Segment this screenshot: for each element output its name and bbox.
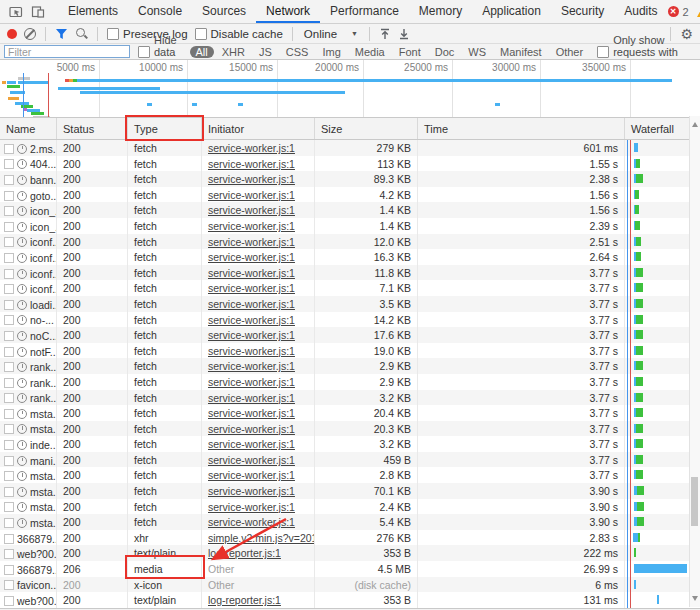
column-header-initiator[interactable]: Initiator <box>202 118 315 139</box>
table-row[interactable]: 366879...206mediaOther4.5 MB26.99 s <box>0 561 700 577</box>
filter-pill-all[interactable]: All <box>190 46 214 58</box>
tab-audits[interactable]: Audits <box>614 0 667 23</box>
table-row[interactable]: icon_...200fetchservice-worker.js:11.4 K… <box>0 218 700 234</box>
table-row[interactable]: msta...200fetchservice-worker.js:120.4 K… <box>0 405 700 421</box>
initiator-link[interactable]: service-worker.js:1 <box>208 189 295 201</box>
table-row[interactable]: iconf...200fetchservice-worker.js:111.8 … <box>0 265 700 281</box>
clear-icon[interactable] <box>24 28 36 40</box>
table-row[interactable]: rank...200fetchservice-worker.js:12.9 KB… <box>0 374 700 390</box>
initiator-link[interactable]: service-worker.js:1 <box>208 485 295 497</box>
console-badges[interactable]: ✕ 2 ! 6 <box>668 6 700 18</box>
device-toolbar-icon[interactable] <box>31 5 45 19</box>
initiator-link[interactable]: service-worker.js:1 <box>208 345 295 357</box>
table-row[interactable]: 404....200fetchservice-worker.js:1113 KB… <box>0 156 700 172</box>
initiator-link[interactable]: service-worker.js:1 <box>208 469 295 481</box>
table-row[interactable]: favicon....200x-iconOther(disk cache)6 m… <box>0 577 700 593</box>
checkbox-icon[interactable] <box>597 46 609 58</box>
checkbox-icon[interactable] <box>107 28 119 40</box>
filter-pill-font[interactable]: Font <box>393 46 427 58</box>
table-row[interactable]: web?00...200text/plainlog-reporter.js:13… <box>0 545 700 561</box>
initiator-link[interactable]: service-worker.js:1 <box>208 360 295 372</box>
disable-cache-checkbox[interactable]: Disable cache <box>195 28 283 40</box>
column-header-time[interactable]: Time <box>418 118 625 139</box>
table-row[interactable]: mani...200fetchservice-worker.js:1459 B3… <box>0 452 700 468</box>
table-row[interactable]: iconf...200fetchservice-worker.js:116.3 … <box>0 249 700 265</box>
table-row[interactable]: msta...200fetchservice-worker.js:170.1 K… <box>0 483 700 499</box>
tab-application[interactable]: Application <box>472 0 551 23</box>
initiator-link[interactable]: service-worker.js:1 <box>208 314 295 326</box>
scrollbar-thumb[interactable] <box>691 477 698 526</box>
table-row[interactable]: msta...200fetchservice-worker.js:120.3 K… <box>0 421 700 437</box>
initiator-link[interactable]: service-worker.js:1 <box>208 142 295 154</box>
initiator-link[interactable]: service-worker.js:1 <box>208 438 295 450</box>
filter-pill-manifest[interactable]: Manifest <box>494 46 548 58</box>
table-row[interactable]: msta...200fetchservice-worker.js:12.8 KB… <box>0 467 700 483</box>
tab-sources[interactable]: Sources <box>192 0 256 23</box>
tab-security[interactable]: Security <box>551 0 614 23</box>
timeline-overview[interactable]: 5000 ms10000 ms15000 ms20000 ms25000 ms3… <box>0 60 700 118</box>
initiator-link[interactable]: simple.v2.min.js?v=20190... <box>208 532 315 544</box>
table-row[interactable]: inde...200fetchservice-worker.js:13.2 KB… <box>0 436 700 452</box>
throttling-dropdown[interactable]: Online ▼ <box>302 28 360 40</box>
checkbox-icon[interactable] <box>195 28 207 40</box>
filter-funnel-icon[interactable] <box>55 28 68 40</box>
filter-pill-js[interactable]: JS <box>253 46 278 58</box>
table-row[interactable]: notF...200fetchservice-worker.js:119.0 K… <box>0 343 700 359</box>
filter-pill-xhr[interactable]: XHR <box>216 46 251 58</box>
initiator-link[interactable]: service-worker.js:1 <box>208 236 295 248</box>
initiator-link[interactable]: service-worker.js:1 <box>208 158 295 170</box>
scroll-down-icon[interactable] <box>692 596 698 601</box>
filter-pill-css[interactable]: CSS <box>280 46 315 58</box>
initiator-link[interactable]: log-reporter.js:1 <box>208 594 281 606</box>
initiator-link[interactable]: service-worker.js:1 <box>208 516 295 528</box>
table-row[interactable]: 366879...200xhrsimple.v2.min.js?v=20190.… <box>0 530 700 546</box>
initiator-link[interactable]: service-worker.js:1 <box>208 173 295 185</box>
tab-console[interactable]: Console <box>128 0 192 23</box>
tab-memory[interactable]: Memory <box>409 0 472 23</box>
table-row[interactable]: bann...200fetchservice-worker.js:189.3 K… <box>0 171 700 187</box>
table-row[interactable]: iconf...200fetchservice-worker.js:112.0 … <box>0 234 700 250</box>
filter-pill-media[interactable]: Media <box>349 46 391 58</box>
table-row[interactable]: iconf...200fetchservice-worker.js:17.1 K… <box>0 280 700 296</box>
column-header-status[interactable]: Status <box>57 118 128 139</box>
filter-pill-ws[interactable]: WS <box>462 46 492 58</box>
initiator-link[interactable]: service-worker.js:1 <box>208 376 295 388</box>
table-row[interactable]: no-...200fetchservice-worker.js:114.2 KB… <box>0 312 700 328</box>
initiator-link[interactable]: service-worker.js:1 <box>208 220 295 232</box>
initiator-link[interactable]: service-worker.js:1 <box>208 298 295 310</box>
initiator-link[interactable]: service-worker.js:1 <box>208 329 295 341</box>
filter-pill-doc[interactable]: Doc <box>429 46 461 58</box>
table-row[interactable]: msta...200fetchservice-worker.js:15.4 KB… <box>0 514 700 530</box>
column-header-type[interactable]: Type <box>128 118 202 139</box>
table-row[interactable]: icon_...200fetchservice-worker.js:11.4 K… <box>0 202 700 218</box>
column-header-size[interactable]: Size <box>315 118 418 139</box>
import-har-icon[interactable] <box>379 28 391 40</box>
checkbox-icon[interactable] <box>138 46 150 58</box>
initiator-link[interactable]: log-reporter.js:1 <box>208 547 281 559</box>
filter-pill-img[interactable]: Img <box>316 46 346 58</box>
initiator-link[interactable]: service-worker.js:1 <box>208 454 295 466</box>
table-row[interactable]: msta...200fetchservice-worker.js:12.4 KB… <box>0 499 700 515</box>
table-row[interactable]: 2.ms...200fetchservice-worker.js:1279 KB… <box>0 140 700 156</box>
filter-input[interactable] <box>4 45 130 58</box>
initiator-link[interactable]: service-worker.js:1 <box>208 282 295 294</box>
initiator-link[interactable]: service-worker.js:1 <box>208 423 295 435</box>
tab-elements[interactable]: Elements <box>58 0 128 23</box>
scroll-up-icon[interactable] <box>692 122 698 127</box>
table-row[interactable]: rank...200fetchservice-worker.js:13.2 KB… <box>0 390 700 406</box>
initiator-link[interactable]: service-worker.js:1 <box>208 267 295 279</box>
vertical-scrollbar[interactable] <box>689 116 700 607</box>
tab-network[interactable]: Network <box>256 0 320 23</box>
initiator-link[interactable]: service-worker.js:1 <box>208 407 295 419</box>
column-header-name[interactable]: Name <box>0 118 57 139</box>
initiator-link[interactable]: service-worker.js:1 <box>208 392 295 404</box>
table-row[interactable]: goto...200fetchservice-worker.js:14.2 KB… <box>0 187 700 203</box>
initiator-link[interactable]: service-worker.js:1 <box>208 251 295 263</box>
initiator-link[interactable]: service-worker.js:1 <box>208 204 295 216</box>
filter-pill-other[interactable]: Other <box>550 46 590 58</box>
table-row[interactable]: web?00...200text/plainlog-reporter.js:13… <box>0 592 700 608</box>
record-icon[interactable] <box>7 29 17 39</box>
export-har-icon[interactable] <box>398 28 410 40</box>
search-icon[interactable] <box>75 27 88 40</box>
table-row[interactable]: loadi...200fetchservice-worker.js:13.5 K… <box>0 296 700 312</box>
